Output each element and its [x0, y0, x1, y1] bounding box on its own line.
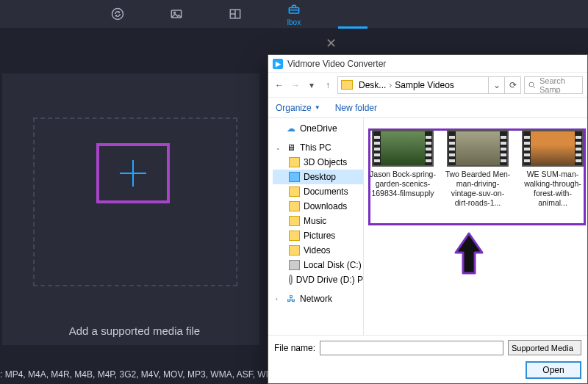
folder-icon: [289, 157, 300, 167]
search-placeholder: Search Samp: [539, 76, 582, 94]
files-pane[interactable]: Jason Bock-spring-garden-scenics-169834-…: [364, 118, 587, 335]
toolbox-icon: [287, 2, 301, 17]
filter-label: Supported Media: [512, 344, 573, 352]
file-type-filter[interactable]: Supported Media: [508, 340, 581, 355]
close-icon[interactable]: ✕: [326, 35, 337, 51]
addr-refresh-icon[interactable]: ⟳: [504, 77, 520, 93]
folder-icon: [341, 80, 353, 90]
file-name: Two Bearded Men-man-driving-vintage-suv-…: [445, 170, 511, 209]
tree-label: Pictures: [304, 231, 335, 241]
search-icon: [528, 81, 537, 90]
tree-label: Music: [304, 216, 326, 226]
refresh-circle-icon: [110, 7, 125, 21]
file-name-input[interactable]: [320, 341, 503, 355]
file-name: Jason Bock-spring-garden-scenics-169834-…: [370, 170, 436, 198]
tree-music[interactable]: Music: [273, 214, 363, 228]
cloud-icon: ☁: [285, 123, 296, 134]
tree-dvd-drive-d[interactable]: DVD Drive (D:) P: [273, 272, 363, 287]
dialog-body: ☁OneDrive ⌄🖥This PC 3D Objects Desktop D…: [268, 118, 587, 335]
active-tab-underline: [338, 26, 368, 29]
organize-menu[interactable]: Organize ▼: [276, 103, 320, 113]
file-open-dialog: ▶ Vidmore Video Converter ← → ▾ ↑ Desk..…: [268, 54, 588, 384]
tree-network[interactable]: ›🖧Network: [273, 291, 363, 306]
svg-point-2: [174, 12, 176, 13]
video-file-item[interactable]: WE SUM-man-walking-through-forest-with-a…: [520, 130, 586, 209]
nav-tab-toolbox[interactable]: lbox: [287, 2, 301, 26]
callout-arrow-icon: [453, 232, 485, 276]
tree-label: Documents: [304, 186, 348, 197]
folder-icon: [289, 201, 300, 211]
dialog-toolbar: Organize ▼ New folder: [268, 98, 587, 118]
svg-point-5: [529, 82, 534, 87]
nav-tab-label: lbox: [287, 18, 301, 26]
dialog-title: Vidmore Video Converter: [287, 59, 386, 69]
folder-icon: [289, 216, 300, 226]
tree-local-disk-c[interactable]: Local Disk (C:): [273, 258, 363, 272]
svg-point-0: [112, 9, 123, 20]
video-file-item[interactable]: Jason Bock-spring-garden-scenics-169834-…: [370, 130, 436, 209]
top-nav: lbox: [0, 0, 588, 28]
tree-pictures[interactable]: Pictures: [273, 228, 363, 243]
add-file-plus[interactable]: [96, 143, 170, 203]
video-thumbnail: [372, 130, 434, 167]
video-file-item[interactable]: Two Bearded Men-man-driving-vintage-suv-…: [445, 130, 511, 209]
drop-area[interactable]: Add a supported media file: [2, 73, 259, 345]
tree-videos[interactable]: Videos: [273, 243, 363, 258]
tree-label: This PC: [300, 142, 331, 153]
open-button[interactable]: Open: [526, 361, 581, 379]
nav-dropdown-icon[interactable]: ▾: [305, 79, 318, 92]
new-folder-label: New folder: [335, 103, 377, 113]
nav-up-icon[interactable]: ↑: [321, 79, 334, 92]
crumb-desktop[interactable]: Desk...: [356, 80, 389, 90]
folder-icon: [289, 245, 300, 256]
tree-label: DVD Drive (D:) P: [296, 275, 363, 285]
new-folder-button[interactable]: New folder: [335, 103, 377, 113]
dialog-titlebar: ▶ Vidmore Video Converter: [268, 55, 587, 73]
tree-desktop[interactable]: Desktop: [273, 170, 363, 184]
tree-label: Local Disk (C:): [304, 260, 362, 270]
disc-icon: [289, 275, 293, 285]
organize-label: Organize: [276, 103, 312, 113]
nav-forward-icon: →: [289, 79, 302, 92]
tree-3d-objects[interactable]: 3D Objects: [273, 155, 363, 170]
search-input[interactable]: Search Samp: [524, 76, 583, 94]
addr-dropdown-icon[interactable]: ⌄: [488, 77, 504, 93]
tree-downloads[interactable]: Downloads: [273, 199, 363, 214]
app-icon: ▶: [273, 59, 283, 69]
tree-label: OneDrive: [300, 123, 337, 134]
tree-onedrive[interactable]: ☁OneDrive: [273, 121, 363, 136]
tree-label: 3D Objects: [304, 157, 347, 167]
nav-tab-convert[interactable]: [110, 7, 125, 21]
dialog-button-row: Open: [274, 361, 581, 379]
tree-label: Network: [300, 294, 332, 304]
pc-icon: 🖥: [285, 142, 296, 153]
folder-icon: [289, 231, 300, 241]
dialog-bottom-bar: File name: Supported Media Open: [268, 335, 587, 383]
tree-documents[interactable]: Documents: [273, 184, 363, 199]
file-name-row: File name: Supported Media: [274, 340, 581, 355]
nav-tab-media[interactable]: [169, 7, 184, 21]
dialog-nav-row: ← → ▾ ↑ Desk... › Sample Videos ⌄ ⟳ Sear…: [268, 73, 587, 98]
folder-icon: [289, 186, 300, 197]
layout-icon: [228, 7, 243, 21]
video-thumbnail: [522, 130, 584, 167]
drop-area-label: Add a supported media file: [2, 325, 267, 337]
address-bar[interactable]: Desk... › Sample Videos ⌄ ⟳: [337, 76, 521, 94]
nav-back-icon[interactable]: ←: [273, 79, 286, 92]
disk-icon: [289, 260, 300, 270]
folder-tree: ☁OneDrive ⌄🖥This PC 3D Objects Desktop D…: [268, 118, 364, 335]
video-thumbnail: [447, 130, 509, 167]
crumb-sample-videos[interactable]: Sample Videos: [392, 80, 457, 90]
tree-this-pc[interactable]: ⌄🖥This PC: [273, 140, 363, 155]
tree-label: Videos: [304, 245, 330, 256]
file-name: WE SUM-man-walking-through-forest-with-a…: [520, 170, 586, 209]
files-grid: Jason Bock-spring-garden-scenics-169834-…: [370, 130, 587, 209]
file-name-label: File name:: [274, 343, 315, 353]
image-icon: [169, 7, 184, 21]
tree-label: Downloads: [304, 201, 347, 211]
nav-tab-collage[interactable]: [228, 7, 243, 21]
tree-label: Desktop: [304, 172, 336, 182]
network-icon: 🖧: [285, 294, 296, 304]
chevron-down-icon: ▼: [315, 104, 320, 111]
desktop-icon: [289, 172, 300, 182]
